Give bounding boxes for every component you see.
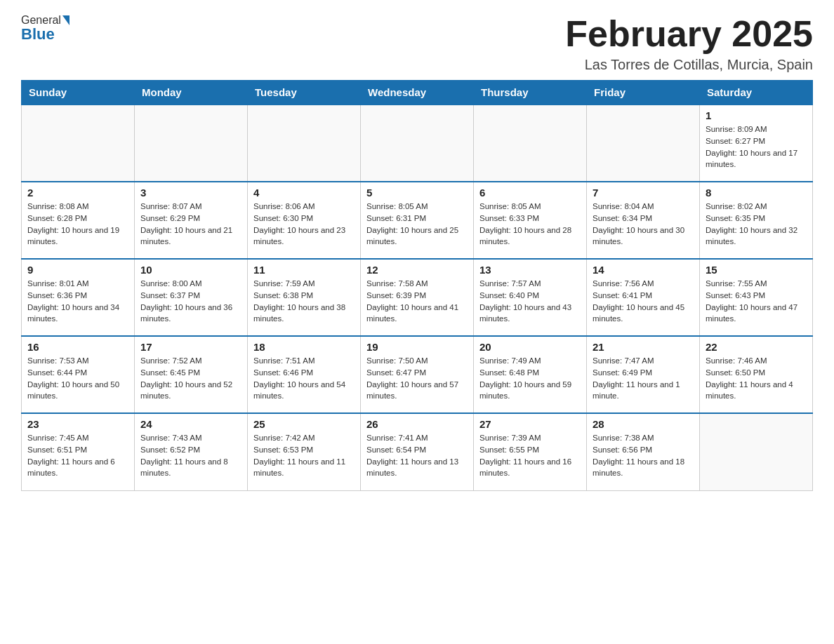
day-info: Sunrise: 8:05 AMSunset: 6:33 PMDaylight:… bbox=[479, 201, 581, 248]
logo-arrow-icon bbox=[62, 15, 70, 25]
weekday-header-tuesday: Tuesday bbox=[248, 81, 361, 105]
day-info: Sunrise: 8:04 AMSunset: 6:34 PMDaylight:… bbox=[593, 201, 694, 248]
day-number: 12 bbox=[366, 264, 468, 276]
calendar-day-cell: 14Sunrise: 7:56 AMSunset: 6:41 PMDayligh… bbox=[587, 259, 700, 336]
day-info: Sunrise: 7:55 AMSunset: 6:43 PMDaylight:… bbox=[706, 278, 807, 325]
calendar-day-cell: 28Sunrise: 7:38 AMSunset: 6:56 PMDayligh… bbox=[587, 413, 700, 490]
calendar-day-cell: 2Sunrise: 8:08 AMSunset: 6:28 PMDaylight… bbox=[22, 182, 135, 259]
calendar-day-cell: 8Sunrise: 8:02 AMSunset: 6:35 PMDaylight… bbox=[700, 182, 813, 259]
weekday-header-monday: Monday bbox=[135, 81, 248, 105]
day-number: 17 bbox=[140, 341, 241, 353]
calendar-day-cell: 19Sunrise: 7:50 AMSunset: 6:47 PMDayligh… bbox=[361, 336, 474, 413]
calendar-day-cell bbox=[135, 105, 248, 182]
day-info: Sunrise: 8:05 AMSunset: 6:31 PMDaylight:… bbox=[366, 201, 468, 248]
calendar-day-cell: 20Sunrise: 7:49 AMSunset: 6:48 PMDayligh… bbox=[474, 336, 587, 413]
calendar-day-cell: 4Sunrise: 8:06 AMSunset: 6:30 PMDaylight… bbox=[248, 182, 361, 259]
day-number: 2 bbox=[27, 187, 128, 199]
calendar-day-cell: 11Sunrise: 7:59 AMSunset: 6:38 PMDayligh… bbox=[248, 259, 361, 336]
calendar-week-row: 23Sunrise: 7:45 AMSunset: 6:51 PMDayligh… bbox=[22, 413, 813, 490]
calendar-day-cell bbox=[474, 105, 587, 182]
day-number: 26 bbox=[366, 418, 468, 430]
day-number: 1 bbox=[706, 109, 807, 121]
location-text: Las Torres de Cotillas, Murcia, Spain bbox=[565, 57, 813, 73]
calendar-week-row: 9Sunrise: 8:01 AMSunset: 6:36 PMDaylight… bbox=[22, 259, 813, 336]
day-info: Sunrise: 7:49 AMSunset: 6:48 PMDaylight:… bbox=[479, 355, 581, 402]
calendar-day-cell: 13Sunrise: 7:57 AMSunset: 6:40 PMDayligh… bbox=[474, 259, 587, 336]
day-number: 6 bbox=[479, 187, 581, 199]
day-number: 23 bbox=[27, 418, 128, 430]
logo-blue-text: Blue bbox=[21, 25, 55, 43]
day-number: 10 bbox=[140, 264, 241, 276]
weekday-header-thursday: Thursday bbox=[474, 81, 587, 105]
day-info: Sunrise: 7:46 AMSunset: 6:50 PMDaylight:… bbox=[706, 355, 807, 402]
weekday-header-sunday: Sunday bbox=[22, 81, 135, 105]
weekday-header-wednesday: Wednesday bbox=[361, 81, 474, 105]
weekday-header-row: SundayMondayTuesdayWednesdayThursdayFrid… bbox=[22, 81, 813, 105]
day-number: 3 bbox=[140, 187, 241, 199]
day-number: 18 bbox=[253, 341, 355, 353]
day-info: Sunrise: 7:58 AMSunset: 6:39 PMDaylight:… bbox=[366, 278, 468, 325]
day-number: 19 bbox=[366, 341, 468, 353]
day-info: Sunrise: 8:09 AMSunset: 6:27 PMDaylight:… bbox=[706, 123, 807, 170]
calendar-day-cell: 26Sunrise: 7:41 AMSunset: 6:54 PMDayligh… bbox=[361, 413, 474, 490]
calendar-week-row: 1Sunrise: 8:09 AMSunset: 6:27 PMDaylight… bbox=[22, 105, 813, 182]
weekday-header-saturday: Saturday bbox=[700, 81, 813, 105]
logo: General Blue bbox=[21, 14, 70, 43]
day-number: 16 bbox=[27, 341, 128, 353]
title-block: February 2025 Las Torres de Cotillas, Mu… bbox=[565, 14, 813, 73]
day-info: Sunrise: 7:45 AMSunset: 6:51 PMDaylight:… bbox=[27, 432, 128, 479]
calendar-day-cell bbox=[22, 105, 135, 182]
day-number: 22 bbox=[706, 341, 807, 353]
day-info: Sunrise: 7:57 AMSunset: 6:40 PMDaylight:… bbox=[479, 278, 581, 325]
calendar-day-cell: 1Sunrise: 8:09 AMSunset: 6:27 PMDaylight… bbox=[700, 105, 813, 182]
day-number: 25 bbox=[253, 418, 355, 430]
calendar-day-cell: 22Sunrise: 7:46 AMSunset: 6:50 PMDayligh… bbox=[700, 336, 813, 413]
calendar-day-cell bbox=[361, 105, 474, 182]
day-number: 20 bbox=[479, 341, 581, 353]
calendar-day-cell: 6Sunrise: 8:05 AMSunset: 6:33 PMDaylight… bbox=[474, 182, 587, 259]
day-info: Sunrise: 7:56 AMSunset: 6:41 PMDaylight:… bbox=[593, 278, 694, 325]
day-info: Sunrise: 8:07 AMSunset: 6:29 PMDaylight:… bbox=[140, 201, 241, 248]
day-info: Sunrise: 7:53 AMSunset: 6:44 PMDaylight:… bbox=[27, 355, 128, 402]
day-number: 28 bbox=[593, 418, 694, 430]
day-info: Sunrise: 7:39 AMSunset: 6:55 PMDaylight:… bbox=[479, 432, 581, 479]
calendar-day-cell: 10Sunrise: 8:00 AMSunset: 6:37 PMDayligh… bbox=[135, 259, 248, 336]
calendar-day-cell: 15Sunrise: 7:55 AMSunset: 6:43 PMDayligh… bbox=[700, 259, 813, 336]
calendar-week-row: 16Sunrise: 7:53 AMSunset: 6:44 PMDayligh… bbox=[22, 336, 813, 413]
day-number: 11 bbox=[253, 264, 355, 276]
calendar-day-cell: 17Sunrise: 7:52 AMSunset: 6:45 PMDayligh… bbox=[135, 336, 248, 413]
day-number: 4 bbox=[253, 187, 355, 199]
day-info: Sunrise: 8:00 AMSunset: 6:37 PMDaylight:… bbox=[140, 278, 241, 325]
calendar-day-cell: 27Sunrise: 7:39 AMSunset: 6:55 PMDayligh… bbox=[474, 413, 587, 490]
day-number: 8 bbox=[706, 187, 807, 199]
calendar-day-cell: 24Sunrise: 7:43 AMSunset: 6:52 PMDayligh… bbox=[135, 413, 248, 490]
day-info: Sunrise: 8:02 AMSunset: 6:35 PMDaylight:… bbox=[706, 201, 807, 248]
day-info: Sunrise: 7:38 AMSunset: 6:56 PMDaylight:… bbox=[593, 432, 694, 479]
day-info: Sunrise: 7:52 AMSunset: 6:45 PMDaylight:… bbox=[140, 355, 241, 402]
day-number: 13 bbox=[479, 264, 581, 276]
day-number: 27 bbox=[479, 418, 581, 430]
day-number: 21 bbox=[593, 341, 694, 353]
day-info: Sunrise: 7:50 AMSunset: 6:47 PMDaylight:… bbox=[366, 355, 468, 402]
calendar-day-cell: 23Sunrise: 7:45 AMSunset: 6:51 PMDayligh… bbox=[22, 413, 135, 490]
day-info: Sunrise: 8:06 AMSunset: 6:30 PMDaylight:… bbox=[253, 201, 355, 248]
day-number: 7 bbox=[593, 187, 694, 199]
day-info: Sunrise: 7:59 AMSunset: 6:38 PMDaylight:… bbox=[253, 278, 355, 325]
day-info: Sunrise: 8:08 AMSunset: 6:28 PMDaylight:… bbox=[27, 201, 128, 248]
calendar-day-cell bbox=[587, 105, 700, 182]
calendar-table: SundayMondayTuesdayWednesdayThursdayFrid… bbox=[21, 80, 813, 491]
calendar-day-cell: 21Sunrise: 7:47 AMSunset: 6:49 PMDayligh… bbox=[587, 336, 700, 413]
calendar-day-cell: 3Sunrise: 8:07 AMSunset: 6:29 PMDaylight… bbox=[135, 182, 248, 259]
day-number: 14 bbox=[593, 264, 694, 276]
calendar-day-cell bbox=[248, 105, 361, 182]
day-number: 24 bbox=[140, 418, 241, 430]
day-number: 15 bbox=[706, 264, 807, 276]
day-info: Sunrise: 7:42 AMSunset: 6:53 PMDaylight:… bbox=[253, 432, 355, 479]
day-info: Sunrise: 7:43 AMSunset: 6:52 PMDaylight:… bbox=[140, 432, 241, 479]
day-info: Sunrise: 7:47 AMSunset: 6:49 PMDaylight:… bbox=[593, 355, 694, 402]
day-info: Sunrise: 7:51 AMSunset: 6:46 PMDaylight:… bbox=[253, 355, 355, 402]
day-number: 5 bbox=[366, 187, 468, 199]
calendar-day-cell: 7Sunrise: 8:04 AMSunset: 6:34 PMDaylight… bbox=[587, 182, 700, 259]
calendar-day-cell: 25Sunrise: 7:42 AMSunset: 6:53 PMDayligh… bbox=[248, 413, 361, 490]
day-info: Sunrise: 8:01 AMSunset: 6:36 PMDaylight:… bbox=[27, 278, 128, 325]
